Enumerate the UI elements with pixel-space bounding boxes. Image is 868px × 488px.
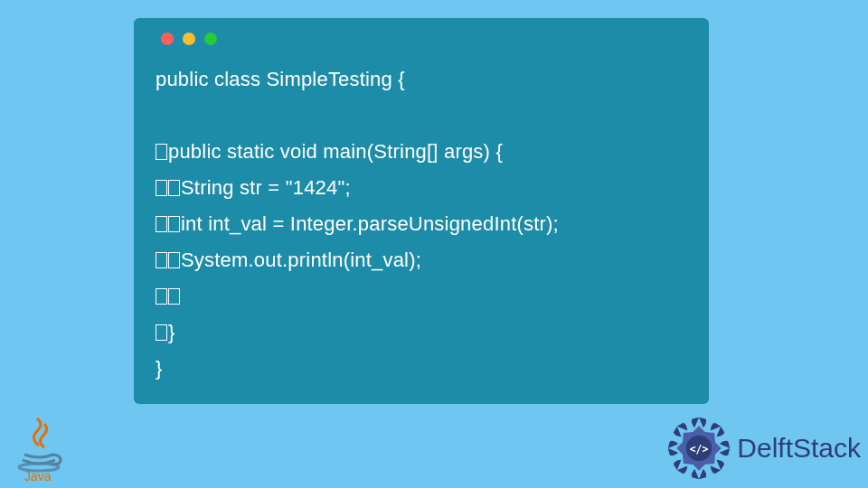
indent-glyph <box>156 180 167 196</box>
code-line-8: } <box>168 321 175 343</box>
indent-glyph <box>168 252 180 268</box>
minimize-icon[interactable] <box>183 33 195 45</box>
delftstack-text: DelftStack <box>737 433 861 464</box>
indent-glyph <box>156 324 167 341</box>
indent-glyph <box>168 180 180 196</box>
code-line-4: String str = "1424"; <box>181 176 351 199</box>
code-block: public class SimpleTesting { public stat… <box>156 61 687 387</box>
indent-glyph <box>156 288 167 305</box>
delftstack-mandala-icon: </> <box>665 414 733 483</box>
delftstack-logo: </> DelftStack <box>665 414 868 483</box>
java-logo: Java <box>12 415 66 483</box>
indent-glyph <box>156 252 167 268</box>
code-line-6: System.out.println(int_val); <box>181 249 421 271</box>
indent-glyph <box>156 144 167 160</box>
indent-glyph <box>168 216 180 232</box>
java-logo-text: Java <box>24 469 52 483</box>
code-window: public class SimpleTesting { public stat… <box>134 18 709 404</box>
indent-glyph <box>168 288 180 305</box>
svg-text:</>: </> <box>690 443 709 455</box>
window-controls <box>156 33 687 45</box>
code-line-5: int int_val = Integer.parseUnsignedInt(s… <box>181 212 559 235</box>
java-logo-icon: Java <box>12 415 66 483</box>
maximize-icon[interactable] <box>204 33 217 45</box>
code-line-9: } <box>156 357 163 380</box>
code-line-1: public class SimpleTesting { <box>156 68 405 90</box>
close-icon[interactable] <box>161 33 174 45</box>
indent-glyph <box>156 216 167 232</box>
code-line-3: public static void main(String[] args) { <box>168 140 503 163</box>
